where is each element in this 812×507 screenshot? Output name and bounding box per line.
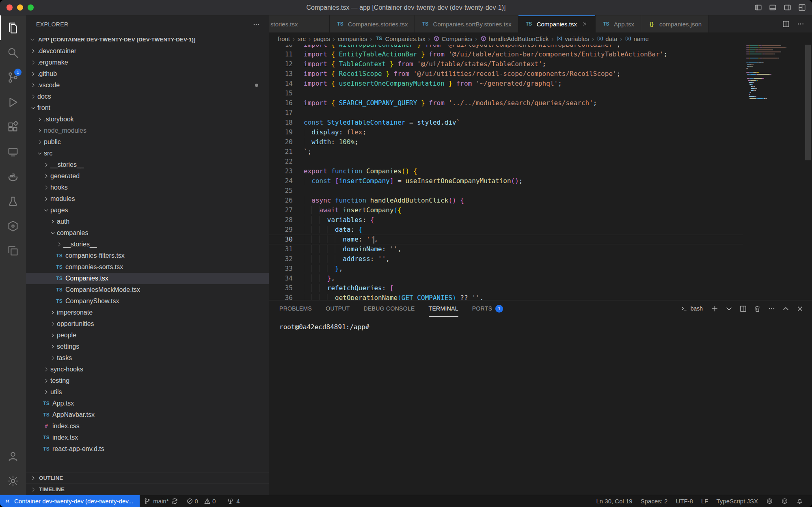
breadcrumb-item-variables[interactable]: variables bbox=[556, 35, 589, 42]
tree-folder-tasks[interactable]: tasks bbox=[26, 352, 269, 364]
maximize-panel-button[interactable] bbox=[782, 305, 790, 313]
source-control-button[interactable]: 1 bbox=[0, 65, 26, 90]
breadcrumb-item-src[interactable]: src bbox=[298, 35, 306, 42]
tab-Companies.stories.tsx[interactable]: TSCompanies.stories.tsx bbox=[330, 15, 415, 32]
tree-file-index.tsx[interactable]: TSindex.tsx bbox=[26, 432, 269, 443]
tree-file-companies-sorts.tsx[interactable]: TScompanies-sorts.tsx bbox=[26, 261, 269, 273]
panel-tab-problems[interactable]: PROBLEMS bbox=[279, 300, 312, 317]
tree-folder-hooks[interactable]: hooks bbox=[26, 182, 269, 193]
new-terminal-button[interactable] bbox=[711, 305, 719, 313]
accounts-button[interactable] bbox=[0, 444, 26, 468]
tab-Companies.tsx[interactable]: TSCompanies.tsx bbox=[518, 15, 596, 32]
tree-file-AppNavbar.tsx[interactable]: TSAppNavbar.tsx bbox=[26, 409, 269, 421]
sidebar-section-timeline[interactable]: TIMELINE bbox=[26, 483, 269, 495]
git-branch-status-item[interactable]: main* bbox=[140, 495, 182, 507]
tree-folder-__stories__[interactable]: __stories__ bbox=[26, 239, 269, 250]
close-panel-button[interactable] bbox=[796, 305, 804, 313]
ports-globe-status-item[interactable] bbox=[762, 495, 777, 507]
breadcrumb-item-companies[interactable]: companies bbox=[338, 35, 367, 42]
breadcrumb-item-front[interactable]: front bbox=[278, 35, 290, 42]
close-window-button[interactable] bbox=[6, 4, 13, 11]
tree-folder-generated[interactable]: generated bbox=[26, 170, 269, 182]
forwarded-ports-status-item[interactable]: 4 bbox=[223, 495, 244, 507]
tab-App.tsx[interactable]: TSApp.tsx bbox=[596, 15, 641, 32]
breadcrumb-item-pages[interactable]: pages bbox=[313, 35, 330, 42]
terminal-shell-selector[interactable]: bash bbox=[680, 305, 703, 312]
breadcrumb-item-Companies[interactable]: Companies bbox=[433, 35, 473, 42]
tree-file-react-app-env.d.ts[interactable]: TSreact-app-env.d.ts bbox=[26, 443, 269, 455]
tree-folder-sync-hooks[interactable]: sync-hooks bbox=[26, 364, 269, 375]
tree-file-Companies.tsx[interactable]: TSCompanies.tsx bbox=[26, 273, 269, 284]
run-debug-button[interactable] bbox=[0, 90, 26, 114]
customize-layout-button[interactable] bbox=[798, 3, 806, 12]
terminal-output[interactable]: root@0a42ecd84891:/app# bbox=[269, 317, 812, 495]
remote-indicator[interactable]: Container dev-twenty-dev (dev-twenty-dev… bbox=[0, 495, 140, 507]
tree-folder-front[interactable]: front bbox=[26, 102, 269, 114]
tree-folder-people[interactable]: people bbox=[26, 330, 269, 341]
tree-folder-pages[interactable]: pages bbox=[26, 205, 269, 216]
panel-tab-terminal[interactable]: TERMINAL bbox=[429, 300, 458, 317]
search-button[interactable] bbox=[0, 40, 26, 65]
breadcrumb-item-handleAddButtonClick[interactable]: handleAddButtonClick bbox=[480, 35, 549, 42]
tree-folder-settings[interactable]: settings bbox=[26, 341, 269, 352]
problems-status-item[interactable]: 00 bbox=[182, 495, 223, 507]
close-tab-button[interactable] bbox=[581, 20, 589, 28]
tree-folder-opportunities[interactable]: opportunities bbox=[26, 318, 269, 330]
tree-folder-auth[interactable]: auth bbox=[26, 216, 269, 227]
tree-folder-node_modules[interactable]: node_modules bbox=[26, 125, 269, 136]
tree-folder-impersonate[interactable]: impersonate bbox=[26, 307, 269, 318]
settings-button[interactable] bbox=[0, 468, 26, 493]
tab-Companies.sortBy.stories.tsx[interactable]: TSCompanies.sortBy.stories.tsx bbox=[415, 15, 518, 32]
tree-folder-docs[interactable]: docs bbox=[26, 91, 269, 102]
tree-file-companies-filters.tsx[interactable]: TScompanies-filters.tsx bbox=[26, 250, 269, 261]
tree-folder-.storybook[interactable]: .storybook bbox=[26, 114, 269, 125]
workspace-section-header[interactable]: APP [CONTAINER DEV-TWENTY-DEV (DEV-TWENT… bbox=[26, 33, 269, 45]
tree-folder-testing[interactable]: testing bbox=[26, 375, 269, 386]
sidebar-section-outline[interactable]: OUTLINE bbox=[26, 472, 269, 483]
terminal-profiles-button[interactable] bbox=[725, 305, 733, 313]
explorer-button[interactable] bbox=[0, 15, 26, 40]
language-mode-status-item[interactable]: TypeScript JSX bbox=[712, 495, 762, 507]
minimize-window-button[interactable] bbox=[17, 4, 23, 11]
indentation-status-item[interactable]: Spaces: 2 bbox=[637, 495, 672, 507]
feedback-status-item[interactable] bbox=[777, 495, 792, 507]
views-more-actions-icon[interactable] bbox=[253, 21, 260, 28]
tab-stories.tsx[interactable]: stories.tsx bbox=[269, 15, 330, 32]
toggle-panel-button[interactable] bbox=[769, 3, 777, 12]
notifications-status-item[interactable] bbox=[792, 495, 807, 507]
encoding-status-item[interactable]: UTF-8 bbox=[672, 495, 697, 507]
zoom-window-button[interactable] bbox=[28, 4, 34, 11]
tree-folder-src[interactable]: src bbox=[26, 148, 269, 159]
code-editor[interactable]: 10import { WithTopBarContainer } from '@… bbox=[269, 45, 743, 300]
tree-folder-.github[interactable]: .github bbox=[26, 68, 269, 80]
panel-tab-ports[interactable]: PORTS1 bbox=[472, 300, 503, 317]
split-terminal-button[interactable] bbox=[739, 305, 747, 313]
toggle-secondary-sidebar-button[interactable] bbox=[783, 3, 792, 12]
panel-tab-output[interactable]: OUTPUT bbox=[326, 300, 350, 317]
tree-folder-.ergomake[interactable]: .ergomake bbox=[26, 57, 269, 68]
tree-folder-__stories__[interactable]: __stories__ bbox=[26, 159, 269, 170]
tree-file-index.css[interactable]: #index.css bbox=[26, 421, 269, 432]
cursor-position-status-item[interactable]: Ln 30, Col 19 bbox=[592, 495, 636, 507]
breadcrumb-item-data[interactable]: data bbox=[597, 35, 617, 42]
editor-more-actions-button[interactable] bbox=[797, 20, 805, 28]
minimap[interactable] bbox=[743, 45, 804, 300]
graphql-button[interactable] bbox=[0, 214, 26, 238]
tree-folder-.vscode[interactable]: .vscode bbox=[26, 80, 269, 91]
extensions-button[interactable] bbox=[0, 114, 26, 139]
scrollbar-thumb[interactable] bbox=[805, 45, 811, 160]
eol-sequence-status-item[interactable]: LF bbox=[697, 495, 713, 507]
tree-folder-.devcontainer[interactable]: .devcontainer bbox=[26, 45, 269, 57]
tree-file-CompaniesMockMode.tsx[interactable]: TSCompaniesMockMode.tsx bbox=[26, 284, 269, 296]
remote-explorer-button[interactable] bbox=[0, 139, 26, 164]
breadcrumb-item-Companies.tsx[interactable]: TSCompanies.tsx bbox=[375, 35, 425, 42]
split-editor-button[interactable] bbox=[782, 20, 790, 28]
panel-tab-debug-console[interactable]: DEBUG CONSOLE bbox=[364, 300, 415, 317]
tree-folder-public[interactable]: public bbox=[26, 136, 269, 148]
tree-folder-modules[interactable]: modules bbox=[26, 193, 269, 205]
tree-file-App.tsx[interactable]: TSApp.tsx bbox=[26, 398, 269, 409]
testing-button[interactable] bbox=[0, 189, 26, 214]
tree-file-CompanyShow.tsx[interactable]: TSCompanyShow.tsx bbox=[26, 296, 269, 307]
toggle-primary-sidebar-button[interactable] bbox=[754, 3, 762, 12]
editor-scrollbar[interactable] bbox=[804, 45, 812, 300]
